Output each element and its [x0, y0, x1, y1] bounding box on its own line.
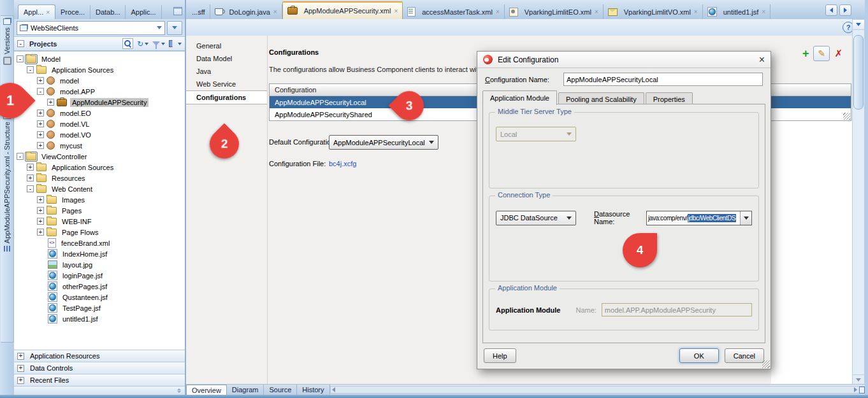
close-icon[interactable]: × [496, 8, 500, 15]
connection-type-select[interactable]: JDBC DataSource [496, 211, 576, 225]
tab-history[interactable]: History [297, 385, 329, 395]
expand-icon[interactable] [37, 229, 44, 236]
close-icon[interactable]: × [759, 55, 765, 64]
accordion-application-resources[interactable]: Application Resources [14, 350, 185, 362]
tree-item[interactable]: Web Content [14, 183, 185, 194]
nav-item-configurations[interactable]: Configurations [186, 90, 267, 104]
expand-icon[interactable] [37, 218, 44, 225]
expand-icon[interactable] [37, 207, 44, 214]
tab-appmoduleappsecurity-xml[interactable]: AppModuleAPPSecurity.xml× [282, 1, 403, 19]
minimize-panel-button[interactable] [173, 7, 182, 15]
tab-dologin-java[interactable]: DoLogin.java× [210, 4, 282, 19]
tab-overview[interactable]: Overview [186, 385, 227, 395]
tree-item[interactable]: untitled1.jsf [14, 313, 185, 324]
structure-panel-tab[interactable]: AppModuleAPPSecurity.xml - Structure [1, 110, 14, 343]
tree-item[interactable]: Application Sources [14, 162, 185, 173]
accordion-data-controls[interactable]: Data Controls [14, 362, 185, 374]
close-icon[interactable]: × [394, 8, 398, 15]
tab-application-module[interactable]: Application Module [482, 90, 557, 105]
view-options-button[interactable] [169, 40, 182, 47]
tab-vparkinglimliteo-xml[interactable]: VparkingLimlitEO.xml× [505, 4, 604, 19]
filter-button[interactable] [152, 41, 165, 46]
tree-item[interactable]: layout.jpg [14, 259, 185, 270]
expand-icon[interactable] [37, 196, 44, 203]
tree-item[interactable]: mycust [14, 140, 185, 151]
tree-item[interactable]: model.EO [14, 108, 185, 118]
expand-icon[interactable] [27, 174, 34, 181]
scrollbar-thumb[interactable] [853, 35, 864, 110]
add-configuration-icon[interactable]: + [802, 48, 809, 59]
tab-properties[interactable]: Properties [646, 92, 693, 105]
close-icon[interactable]: × [762, 8, 765, 15]
tab-pooling-and-scalability[interactable]: Pooling and Scalability [558, 92, 644, 105]
tree-item[interactable]: Images [14, 194, 185, 205]
tree-item[interactable]: model.VO [14, 129, 185, 140]
tree-item[interactable]: otherPages.jsf [14, 281, 185, 292]
expand-icon[interactable] [37, 110, 44, 117]
tree-item[interactable]: Page Flows [14, 227, 185, 238]
tab-sff[interactable]: ...sff [187, 4, 210, 19]
tab-source[interactable]: Source [264, 385, 297, 395]
arrow-left-icon[interactable] [332, 387, 335, 392]
ok-button[interactable]: OK [679, 348, 719, 363]
tree-item-appmoduleappsecurity[interactable]: AppModuleAPPSecurity [14, 97, 185, 108]
tree-item[interactable]: model [14, 75, 185, 86]
close-icon[interactable]: × [273, 8, 277, 15]
tree-item[interactable]: WEB-INF [14, 216, 185, 227]
tab-accessmastertask-xml[interactable]: accessMasterTask.xml× [403, 4, 504, 19]
tab-application-server[interactable]: Applic... [126, 5, 161, 19]
scroll-tabs-right-button[interactable] [839, 4, 851, 16]
search-icon[interactable] [122, 38, 133, 49]
scrollbar-thumb[interactable] [859, 387, 865, 394]
help-button[interactable]: Help [484, 348, 516, 363]
close-icon[interactable]: × [46, 9, 50, 16]
expand-icon[interactable] [37, 77, 44, 84]
collapse-icon[interactable] [37, 88, 44, 95]
tab-diagram[interactable]: Diagram [227, 385, 264, 395]
application-menu-button[interactable] [167, 21, 182, 35]
table-resize-grip[interactable] [843, 113, 850, 120]
collapse-icon[interactable] [17, 40, 24, 47]
tree-item[interactable]: fenceBrand.xml [14, 238, 185, 248]
close-icon[interactable]: × [595, 8, 598, 15]
cancel-button[interactable]: Cancel [725, 348, 764, 363]
editor-vertical-scrollbar[interactable] [852, 19, 865, 385]
nav-item-data-model[interactable]: Data Model [186, 52, 267, 65]
dialog-resize-grip[interactable] [762, 360, 770, 368]
tree-item[interactable]: loginPage.jsf [14, 270, 185, 281]
arrow-right-icon[interactable] [854, 387, 857, 392]
configuration-file-link[interactable]: bc4j.xcfg [329, 160, 356, 167]
tree-item[interactable]: Application Sources [14, 64, 185, 75]
panel-scroll-arrows[interactable] [177, 388, 181, 393]
tree-item[interactable]: Qustanteen.jsf [14, 292, 185, 302]
application-selector[interactable]: WebSiteClients [17, 21, 165, 35]
tab-vparkinglimlitvo-xml[interactable]: VparkingLimlitVO.xml× [604, 4, 703, 19]
expand-icon[interactable] [37, 142, 44, 149]
datasource-dropdown-button[interactable] [740, 211, 751, 225]
nav-item-web-service[interactable]: Web Service [186, 78, 267, 90]
tree-item[interactable]: model.VL [14, 118, 185, 129]
delete-configuration-icon[interactable]: ✗ [834, 48, 843, 59]
default-configuration-select[interactable]: AppModuleAPPSecurityLocal [329, 135, 438, 150]
dialog-title-bar[interactable]: Edit Configuration × [477, 52, 770, 68]
collapse-icon[interactable] [27, 185, 34, 192]
tab-applications[interactable]: Appl... × [18, 4, 55, 19]
nav-item-general[interactable]: General [186, 39, 267, 52]
datasource-name-combobox[interactable]: java:comp/env/jdbc/WebClientDS [646, 211, 752, 225]
scroll-down-button[interactable] [853, 374, 864, 384]
refresh-button[interactable]: ↻ [137, 40, 148, 48]
collapse-icon[interactable] [27, 66, 34, 73]
edit-configuration-button[interactable]: ✎ [813, 46, 830, 61]
tree-item-viewcontroller-project[interactable]: ViewController [14, 151, 185, 162]
nav-item-java[interactable]: Java [186, 65, 267, 78]
expand-icon[interactable] [27, 164, 34, 171]
tree-item[interactable]: Pages [14, 205, 185, 216]
tree-item[interactable]: Resources [14, 173, 185, 183]
scroll-tabs-left-button[interactable] [825, 4, 837, 16]
tree-item[interactable]: IndexHome.jsf [14, 248, 185, 259]
expand-icon[interactable] [37, 131, 44, 138]
expand-icon[interactable] [37, 120, 44, 127]
close-icon[interactable]: × [694, 8, 698, 15]
expand-icon[interactable] [47, 99, 54, 106]
tree-item[interactable]: TestPage.jsf [14, 302, 185, 313]
